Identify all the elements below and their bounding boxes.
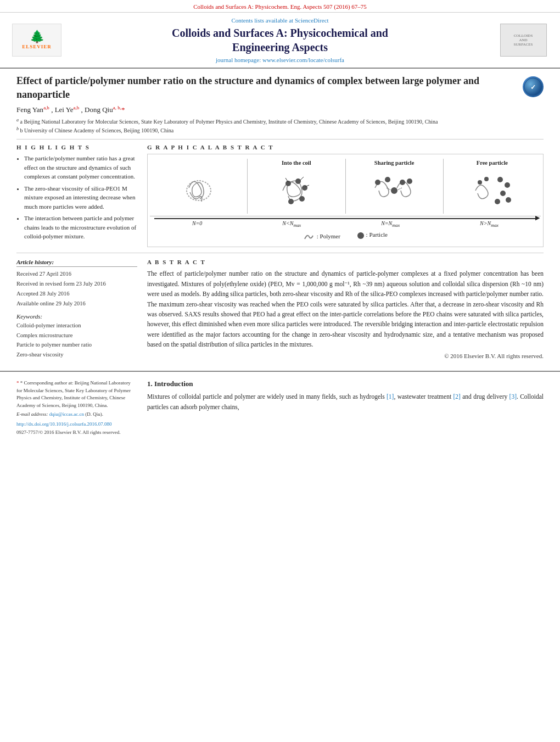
n-label-0: N=0 (192, 220, 202, 228)
highlights-heading: H I G H L I G H T S (16, 144, 137, 150)
svg-point-19 (484, 177, 489, 181)
journal-logo-right: COLLOIDSANDSURFACES (493, 24, 553, 57)
svg-point-12 (375, 180, 380, 185)
journal-citation: Colloids and Surfaces A: Physicochem. En… (193, 3, 367, 10)
svg-point-14 (400, 180, 405, 185)
journal-header-center: Contents lists available at ScienceDirec… (67, 17, 493, 63)
article-info-section: Article history: Received 27 April 2016 … (16, 259, 137, 360)
intro-heading: 1. Introduction (147, 380, 544, 388)
journal-logo-left: 🌲 ELSEVIER (7, 24, 67, 57)
svg-point-13 (385, 177, 390, 182)
contents-line: Contents lists available at ScienceDirec… (67, 17, 493, 24)
legend-particle: : Particle (357, 231, 388, 242)
two-col-highlights: H I G H L I G H T S The particle/polymer… (16, 144, 544, 247)
svg-point-3 (285, 181, 291, 186)
graphical-abstract-section: G R A P H I C A L A B S T R A C T (147, 144, 544, 247)
svg-point-6 (299, 196, 305, 202)
highlight-item: The zero-shear viscosity of silica-PEO1 … (24, 184, 137, 211)
divider-1 (16, 253, 544, 253)
ga-col-label-1: Into the coil (282, 160, 311, 169)
svg-line-17 (397, 188, 402, 190)
svg-point-20 (497, 177, 503, 182)
intro-text: Mixtures of colloidal particle and polym… (147, 392, 544, 412)
keyword-2: Complex microstructure (16, 331, 137, 341)
abstract-heading: A B S T R A C T (147, 259, 544, 265)
author2-name: , Lei Ye (51, 106, 73, 114)
author2-sup: a,b (74, 105, 80, 110)
article-title: Effect of particle/polymer number ratio … (16, 74, 516, 102)
introduction-section: 1. Introduction Mixtures of colloidal pa… (147, 377, 544, 437)
author1-sup: a,b (43, 105, 49, 110)
n-label-3: N>Nmax (480, 220, 499, 228)
keywords-list: Colloid-polymer interaction Complex micr… (16, 321, 137, 360)
revised-date: Received in revised form 23 July 2016 (16, 279, 137, 289)
highlight-item: The interaction between particle and pol… (24, 214, 137, 241)
highlight-item: The particle/polymer number ratio has a … (24, 154, 137, 181)
affiliations: a a Beijing National Laboratory for Mole… (16, 117, 516, 135)
journal-top-bar: Colloids and Surfaces A: Physicochem. En… (0, 0, 560, 13)
n-label-1: N<Nmax (282, 220, 301, 228)
svg-point-4 (295, 178, 301, 184)
keyword-4: Zero-shear viscosity (16, 350, 137, 360)
available-date: Available online 29 July 2016 (16, 299, 137, 309)
keyword-1: Colloid-polymer interaction (16, 321, 137, 331)
svg-point-24 (506, 197, 511, 203)
elsevier-text-label: ELSEVIER (22, 44, 52, 49)
svg-point-21 (505, 182, 510, 188)
article-title-text: Effect of particle/polymer number ratio … (16, 74, 516, 135)
keyword-3: Particle to polymer number ratio (16, 340, 137, 350)
svg-point-25 (357, 232, 364, 239)
homepage-url[interactable]: www.elsevier.com/locate/colsurfa (262, 57, 344, 63)
two-col-abstract: Article history: Received 27 April 2016 … (16, 259, 544, 360)
n-label-2: N=Nmax (381, 220, 400, 228)
crossmark-icon: ✓ (523, 76, 544, 97)
svg-point-11 (391, 187, 397, 194)
received-date: Received 27 April 2016 (16, 269, 137, 279)
svg-line-9 (300, 177, 304, 181)
elsevier-logo: 🌲 ELSEVIER (12, 24, 61, 57)
abstract-text: The effect of particle/polymer number ra… (147, 269, 544, 349)
svg-point-23 (495, 199, 500, 204)
svg-point-18 (478, 180, 482, 185)
author1-name: Feng Yan (16, 106, 43, 114)
copyright-line: 0927-7757/© 2016 Elsevier B.V. All right… (16, 429, 137, 437)
author3-sup: a, b, (113, 105, 121, 110)
article-title-section: Effect of particle/polymer number ratio … (16, 74, 544, 140)
footnote-star: * * Corresponding author at: Beijing Nat… (16, 380, 137, 409)
article-history-heading: Article history: (16, 259, 137, 267)
email-link[interactable]: dqiu@iccas.ac.cn (49, 411, 84, 417)
graphical-abstract-box: Into the coil (147, 154, 544, 247)
crossmark: ✓ (516, 74, 544, 97)
journal-logo-right-box: COLLOIDSANDSURFACES (500, 24, 547, 57)
doi-line[interactable]: http://dx.doi.org/10.1016/j.colsurfa.201… (16, 421, 137, 428)
journal-title: Colloids and Surfaces A: Physicochemical… (67, 26, 493, 54)
svg-point-22 (500, 191, 506, 196)
journal-header: 🌲 ELSEVIER Contents lists available at S… (0, 13, 560, 69)
keywords-heading: Keywords: (16, 313, 137, 320)
svg-text:✓: ✓ (530, 83, 536, 91)
email-line: E-mail address: dqiu@iccas.ac.cn (D. Qiu… (16, 411, 137, 419)
author3-name: , Dong Qiu (81, 106, 113, 114)
abstract-section: A B S T R A C T The effect of particle/p… (147, 259, 544, 360)
article-info: Article history: Received 27 April 2016 … (16, 259, 137, 360)
science-direct-link[interactable]: ScienceDirect (295, 17, 329, 24)
article-authors: Feng Yana,b , Lei Yea,b , Dong Qiua, b,* (16, 105, 516, 114)
svg-point-7 (288, 199, 294, 204)
highlights-section: H I G H L I G H T S The particle/polymer… (16, 144, 137, 247)
page: Colloids and Surfaces A: Physicochem. En… (0, 0, 560, 742)
tree-icon: 🌲 (30, 31, 44, 43)
accepted-date: Accepted 28 July 2016 (16, 289, 137, 299)
graphical-abstract-heading: G R A P H I C A L A B S T R A C T (147, 144, 544, 150)
bottom-two-col: * * Corresponding author at: Beijing Nat… (0, 377, 560, 437)
abstract-copyright: © 2016 Elsevier B.V. All rights reserved… (147, 353, 544, 359)
ga-col-label-2: Sharing particle (374, 160, 415, 169)
bottom-divider (0, 371, 560, 372)
ga-col-label-3: Free particle (477, 160, 508, 169)
article-content: Effect of particle/polymer number ratio … (0, 69, 560, 365)
bottom-footnotes: * * Corresponding author at: Beijing Nat… (16, 377, 137, 437)
journal-homepage: journal homepage: www.elsevier.com/locat… (67, 57, 493, 63)
legend-polymer: : Polymer (303, 231, 340, 242)
svg-point-15 (407, 178, 412, 184)
highlights-list: The particle/polymer number ratio has a … (16, 154, 137, 241)
